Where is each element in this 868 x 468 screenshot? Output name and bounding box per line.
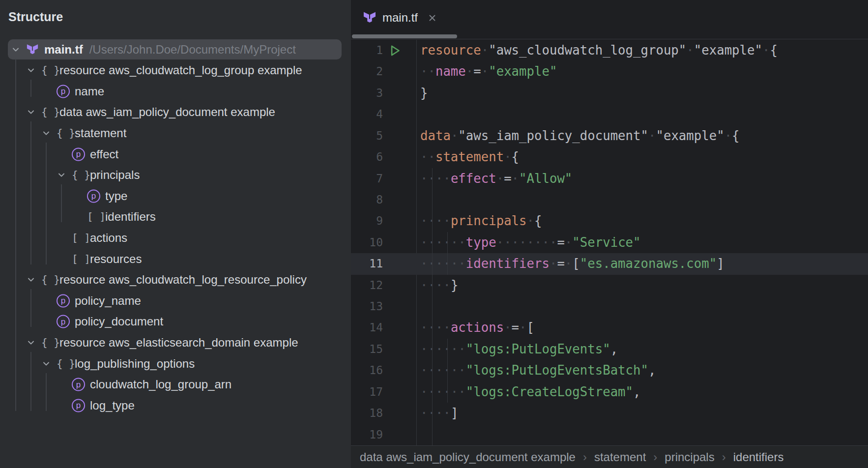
code-line[interactable]: 7····effect·=·"Allow": [351, 168, 868, 189]
chevron-down-icon[interactable]: [26, 338, 36, 348]
breadcrumb-separator-icon: ›: [653, 450, 657, 464]
chevron-down-icon[interactable]: [57, 170, 66, 180]
property-icon: p: [72, 147, 85, 161]
tree-item-label: log_type: [90, 399, 135, 412]
code-line[interactable]: 13: [351, 296, 868, 317]
structure-tree-row[interactable]: [ ]actions: [0, 227, 351, 248]
code-line[interactable]: 4: [351, 104, 868, 125]
property-icon: p: [57, 85, 70, 98]
run-gutter-icon[interactable]: [387, 43, 402, 58]
code-line-text: ····effect·=·"Allow": [420, 168, 572, 189]
line-number: 8: [351, 189, 383, 210]
structure-tree-row[interactable]: peffect: [0, 144, 351, 165]
tree-item-label: resource aws_cloudwatch_log_resource_pol…: [59, 273, 307, 287]
code-editor[interactable]: 1resource·"aws_cloudwatch_log_group"·"ex…: [351, 40, 868, 445]
tab-main-tf[interactable]: main.tf: [363, 6, 437, 29]
code-line-current[interactable]: 11······identifiers·=·["es.amazonaws.com…: [351, 253, 868, 274]
line-number: 7: [351, 168, 383, 189]
tree-item-label: resource aws_cloudwatch_log_group exampl…: [59, 63, 302, 77]
object-icon: { }: [41, 337, 60, 349]
code-line[interactable]: 2··name·=·"example": [351, 61, 868, 82]
code-line[interactable]: 12····}: [351, 275, 868, 296]
structure-tree-row[interactable]: ptype: [0, 185, 351, 206]
tree-item-label: data aws_iam_policy_document example: [59, 105, 275, 119]
structure-tree-row[interactable]: { }resource aws_cloudwatch_log_group exa…: [0, 60, 351, 81]
structure-tree-row[interactable]: { }statement: [0, 122, 351, 144]
code-indent-guide: [447, 232, 448, 275]
code-line[interactable]: 9····principals·{: [351, 210, 868, 232]
structure-tree-row[interactable]: [ ]identifiers: [0, 206, 351, 228]
object-icon: { }: [41, 64, 60, 76]
line-number: 3: [351, 83, 383, 104]
tree-item-label: log_publishing_options: [75, 357, 195, 371]
code-line[interactable]: 16······"logs:PutLogEventsBatch",: [351, 360, 868, 381]
code-line-text: }: [420, 83, 428, 104]
breadcrumb-separator-icon: ›: [722, 450, 726, 464]
tree-item-label: cloudwatch_log_group_arn: [90, 378, 231, 391]
structure-tree-row[interactable]: plog_type: [0, 395, 351, 416]
code-line[interactable]: 8: [351, 189, 868, 210]
line-number: 10: [351, 232, 383, 253]
code-line[interactable]: 10······type········=·"Service": [351, 232, 868, 253]
structure-tree-row[interactable]: pname: [0, 81, 351, 102]
code-line[interactable]: 1resource·"aws_cloudwatch_log_group"·"ex…: [351, 40, 868, 61]
breadcrumb-item[interactable]: statement: [594, 450, 646, 464]
tree-item-label: principals: [90, 168, 140, 182]
tree-item-label: type: [105, 189, 127, 203]
structure-tree-row[interactable]: ppolicy_name: [0, 290, 351, 311]
line-number: 19: [351, 424, 383, 445]
chevron-down-icon[interactable]: [11, 45, 21, 55]
close-icon[interactable]: [428, 13, 437, 23]
structure-tree-row[interactable]: pcloudwatch_log_group_arn: [0, 374, 351, 395]
tree-indent-guide: [30, 289, 31, 327]
code-line[interactable]: 3}: [351, 83, 868, 104]
code-line-text: ······type········=·"Service": [420, 232, 641, 253]
chevron-down-icon[interactable]: [41, 128, 51, 138]
structure-panel: Structure main.tf/Users/John.Doe/Documen…: [0, 0, 351, 468]
structure-tree-row[interactable]: ppolicy_document: [0, 311, 351, 332]
chevron-down-icon[interactable]: [41, 359, 51, 369]
structure-tree-row[interactable]: { }resource aws_elasticsearch_domain exa…: [0, 332, 351, 353]
structure-panel-title: Structure: [8, 10, 63, 24]
tree-indent-guide: [30, 121, 31, 264]
breadcrumb-item[interactable]: data aws_iam_policy_document example: [360, 450, 576, 464]
tree-item-label: effect: [90, 147, 118, 161]
tree-indent-guide: [30, 80, 31, 97]
property-icon: p: [87, 189, 100, 203]
code-line[interactable]: 15······"logs:PutLogEvents",: [351, 339, 868, 360]
tree-indent-guide: [15, 59, 16, 411]
code-line-text: data·"aws_iam_policy_document"·"example"…: [420, 125, 740, 146]
line-number: 13: [351, 296, 383, 317]
code-line[interactable]: 17······"logs:CreateLogStream",: [351, 381, 868, 403]
structure-tree-row-root[interactable]: main.tf/Users/John.Doe/Documents/MyProje…: [0, 39, 351, 60]
line-number: 6: [351, 146, 383, 168]
tree-indent-guide: [46, 373, 47, 411]
structure-tree-row[interactable]: { }principals: [0, 165, 351, 186]
breadcrumb-item[interactable]: principals: [665, 450, 714, 464]
terraform-icon: [363, 10, 376, 26]
structure-tree-row[interactable]: { }data aws_iam_policy_document example: [0, 102, 351, 123]
code-line[interactable]: 18····]: [351, 403, 868, 424]
structure-tree: main.tf/Users/John.Doe/Documents/MyProje…: [0, 39, 351, 468]
code-line[interactable]: 5data·"aws_iam_policy_document"·"example…: [351, 125, 868, 146]
structure-tree-row[interactable]: [ ]resources: [0, 248, 351, 269]
property-icon: p: [57, 294, 70, 307]
structure-tree-row[interactable]: { }log_publishing_options: [0, 353, 351, 374]
property-icon: p: [72, 378, 85, 391]
array-icon: [ ]: [72, 232, 90, 244]
editor-tab-bar: main.tf: [351, 0, 868, 39]
object-icon: { }: [72, 169, 90, 181]
line-number: 11: [351, 253, 383, 274]
code-line[interactable]: 19: [351, 424, 868, 445]
chevron-down-icon[interactable]: [26, 275, 36, 285]
breadcrumb-item[interactable]: identifiers: [733, 450, 784, 464]
active-tab-indicator: [352, 34, 457, 38]
chevron-down-icon[interactable]: [26, 107, 36, 117]
code-line[interactable]: 6··statement·{: [351, 146, 868, 168]
code-line[interactable]: 14····actions·=·[: [351, 317, 868, 338]
tree-item-label: name: [75, 85, 104, 98]
chevron-down-icon[interactable]: [26, 65, 36, 75]
code-indent-guide: [447, 339, 448, 403]
ide-window: Structure main.tf/Users/John.Doe/Documen…: [0, 0, 868, 468]
structure-tree-row[interactable]: { }resource aws_cloudwatch_log_resource_…: [0, 269, 351, 291]
